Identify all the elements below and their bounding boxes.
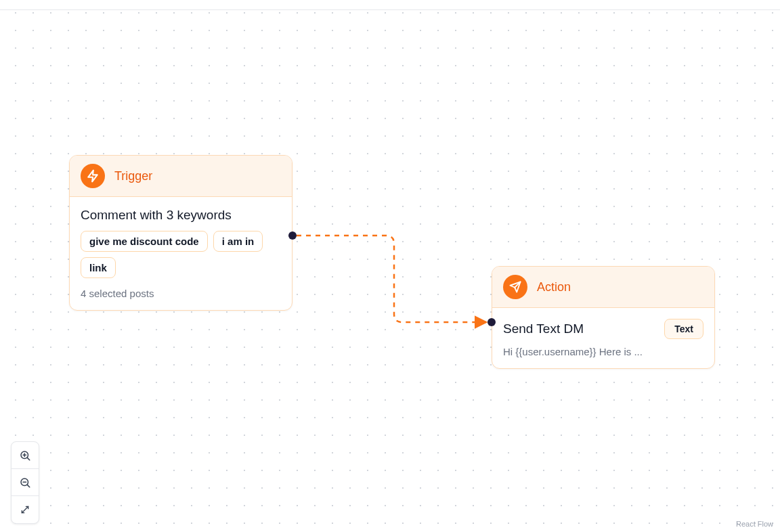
trigger-footer: 4 selected posts	[81, 288, 281, 299]
lightning-icon	[81, 164, 105, 188]
trigger-title: Comment with 3 keywords	[81, 208, 281, 223]
action-type-label: Action	[537, 280, 571, 294]
svg-line-5	[27, 485, 29, 487]
top-divider	[0, 9, 780, 10]
action-preview: Hi {{user.username}} Here is ...	[503, 346, 703, 357]
action-node[interactable]: Action Send Text DM Text Hi {{user.usern…	[492, 266, 715, 369]
node-handle-target[interactable]	[488, 318, 496, 326]
trigger-keywords: give me discount code i am in link	[81, 231, 281, 278]
svg-line-1	[27, 458, 29, 460]
trigger-node-header: Trigger	[70, 156, 292, 197]
trigger-node[interactable]: Trigger Comment with 3 keywords give me …	[69, 155, 292, 311]
keyword-chip[interactable]: give me discount code	[81, 231, 208, 252]
flow-canvas[interactable]: Trigger Comment with 3 keywords give me …	[0, 0, 780, 532]
keyword-chip[interactable]: i am in	[213, 231, 263, 252]
trigger-node-body: Comment with 3 keywords give me discount…	[70, 197, 292, 310]
action-node-header: Action	[492, 267, 714, 308]
action-title: Send Text DM	[503, 322, 584, 336]
zoom-controls	[11, 441, 39, 524]
node-handle-source[interactable]	[288, 231, 297, 240]
action-badge: Text	[664, 319, 703, 339]
send-icon	[503, 275, 527, 299]
svg-line-7	[22, 506, 28, 512]
fit-view-button[interactable]	[12, 496, 39, 523]
zoom-in-button[interactable]	[12, 442, 39, 469]
trigger-type-label: Trigger	[114, 169, 152, 183]
zoom-out-button[interactable]	[12, 469, 39, 496]
attribution-label: React Flow	[736, 520, 773, 528]
edge-trigger-to-action[interactable]	[297, 236, 486, 322]
action-node-body: Send Text DM Text Hi {{user.username}} H…	[492, 308, 714, 368]
keyword-chip[interactable]: link	[81, 257, 116, 278]
